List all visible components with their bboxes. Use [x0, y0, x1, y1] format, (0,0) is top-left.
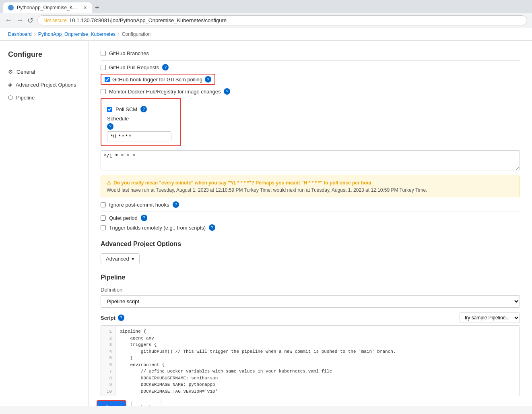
- monitor-docker-checkbox[interactable]: [101, 89, 106, 94]
- github-pull-requests-row: GitHub Pull Requests ?: [101, 64, 520, 70]
- refresh-button[interactable]: ↺: [27, 16, 33, 25]
- breadcrumb-job[interactable]: PythonApp_Onpremise_Kubernetes: [38, 31, 115, 37]
- github-pull-requests-help-icon[interactable]: ?: [162, 64, 169, 70]
- sidebar-title: Configure: [0, 47, 88, 65]
- breadcrumb-sep-1: ›: [34, 31, 36, 37]
- monitor-docker-help-icon[interactable]: ?: [224, 88, 230, 95]
- sidebar-item-general[interactable]: ⚙ General: [0, 65, 88, 78]
- address-bar: ← → ↺ Not secure 10.1.130.78:8081/job/Py…: [0, 13, 532, 28]
- sidebar: Configure ⚙ General ◈ Advanced Project O…: [0, 41, 89, 406]
- divider-1: [101, 211, 520, 211]
- poll-scm-row: Poll SCM ?: [107, 106, 175, 112]
- github-hook-checkbox[interactable]: [105, 77, 110, 82]
- schedule-field: Schedule ?: [107, 116, 175, 141]
- quiet-period-checkbox[interactable]: [101, 215, 106, 221]
- schedule-input[interactable]: [107, 131, 171, 141]
- chevron-down-icon: ▾: [132, 256, 134, 262]
- save-button[interactable]: Save: [97, 400, 126, 406]
- main-content: GitHub Branches GitHub Pull Requests ? G…: [89, 41, 532, 406]
- sidebar-general-label: General: [16, 69, 35, 75]
- url-bar[interactable]: Not secure 10.1.130.78:8081/job/PythonAp…: [37, 15, 527, 25]
- active-tab[interactable]: PythonApp_Onpremise_Kuberne... ✕: [3, 2, 92, 13]
- ignore-post-commit-help-icon[interactable]: ?: [173, 201, 179, 208]
- script-header: Script ? try sample Pipeline...: [101, 313, 520, 323]
- browser-chrome: PythonApp_Onpremise_Kuberne... ✕ + ← → ↺…: [0, 0, 532, 28]
- tab-bar: PythonApp_Onpremise_Kuberne... ✕ +: [0, 0, 532, 13]
- script-help-icon[interactable]: ?: [118, 315, 124, 321]
- trigger-builds-row: Trigger builds remotely (e.g., from scri…: [101, 224, 520, 231]
- quiet-period-label: Quiet period: [109, 215, 138, 221]
- poll-scm-help-icon[interactable]: ?: [140, 106, 147, 112]
- github-branches-row: GitHub Branches: [101, 50, 520, 61]
- definition-select[interactable]: Pipeline script: [101, 295, 520, 308]
- back-button[interactable]: ←: [5, 16, 12, 25]
- code-content: 1 2 3 4 5 6 7 8 9 10 11 12 13 14 15 16 1…: [101, 326, 520, 406]
- quiet-period-help-icon[interactable]: ?: [141, 215, 147, 221]
- new-tab-button[interactable]: +: [92, 4, 103, 12]
- advanced-dropdown-button[interactable]: Advanced ▾: [101, 253, 140, 264]
- schedule-textarea[interactable]: */1 * * * *: [101, 150, 520, 170]
- poll-scm-label: Poll SCM: [115, 106, 137, 112]
- ignore-post-commit-checkbox[interactable]: [101, 202, 106, 207]
- sidebar-item-advanced-project-options[interactable]: ◈ Advanced Project Options: [0, 78, 88, 91]
- schedule-label: Schedule: [107, 116, 175, 122]
- advanced-icon: ◈: [8, 81, 12, 88]
- github-pull-requests-checkbox[interactable]: [101, 65, 106, 70]
- gear-icon: ⚙: [8, 68, 13, 75]
- try-sample-select[interactable]: try sample Pipeline...: [460, 313, 520, 323]
- github-branches-checkbox[interactable]: [101, 51, 106, 56]
- github-pull-requests-label: GitHub Pull Requests: [109, 64, 159, 70]
- bottom-toolbar: Save Apply: [89, 396, 532, 406]
- code-editor[interactable]: 1 2 3 4 5 6 7 8 9 10 11 12 13 14 15 16 1…: [101, 325, 520, 406]
- tab-favicon: [8, 5, 14, 10]
- github-hook-label: GitHub hook trigger for GITScm polling: [112, 77, 202, 83]
- pipeline-icon: ⬡: [8, 94, 13, 101]
- github-branches-label: GitHub Branches: [109, 50, 149, 56]
- sidebar-advanced-label: Advanced Project Options: [16, 82, 76, 88]
- content-area: GitHub Branches GitHub Pull Requests ? G…: [89, 41, 532, 406]
- warning-triangle-icon: ⚠: [107, 180, 111, 186]
- tab-close-button[interactable]: ✕: [83, 5, 87, 10]
- sidebar-item-pipeline[interactable]: ⬡ Pipeline: [0, 91, 88, 104]
- quiet-period-row: Quiet period ?: [101, 215, 520, 221]
- poll-scm-box: Poll SCM ? Schedule ?: [101, 98, 181, 146]
- security-warning: Not secure: [43, 18, 67, 23]
- github-hook-row: GitHub hook trigger for GITScm polling ?: [101, 74, 520, 85]
- warning-title-text: Do you really mean "every minute" when y…: [113, 180, 372, 186]
- github-hook-help-icon[interactable]: ?: [205, 76, 211, 83]
- jenkins-container: Configure ⚙ General ◈ Advanced Project O…: [0, 41, 532, 406]
- definition-label: Definition: [101, 287, 520, 293]
- ignore-post-commit-label: Ignore post-commit hooks: [109, 202, 169, 208]
- poll-scm-checkbox[interactable]: [107, 107, 112, 112]
- warning-box: ⚠ Do you really mean "every minute" when…: [101, 176, 520, 197]
- apply-button[interactable]: Apply: [131, 401, 161, 406]
- github-hook-highlighted: GitHub hook trigger for GITScm polling ?: [101, 74, 215, 85]
- line-numbers: 1 2 3 4 5 6 7 8 9 10 11 12 13 14 15 16 1…: [101, 326, 115, 406]
- trigger-builds-checkbox[interactable]: [101, 225, 106, 230]
- monitor-docker-row: Monitor Docker Hub/Registry for image ch…: [101, 88, 520, 95]
- warning-detail: Would last have run at Tuesday, August 1…: [107, 187, 514, 193]
- breadcrumb: Dashboard › PythonApp_Onpremise_Kubernet…: [0, 28, 532, 41]
- trigger-builds-label: Trigger builds remotely (e.g., from scri…: [109, 225, 206, 231]
- breadcrumb-dashboard[interactable]: Dashboard: [8, 31, 32, 37]
- advanced-btn-label: Advanced: [106, 256, 129, 262]
- ignore-post-commit-row: Ignore post-commit hooks ?: [101, 201, 520, 208]
- forward-button[interactable]: →: [16, 16, 23, 25]
- warning-title: ⚠ Do you really mean "every minute" when…: [107, 180, 514, 186]
- breadcrumb-sep-2: ›: [118, 31, 120, 37]
- url-text: 10.1.130.78:8081/job/PythonApp_Onpremise…: [69, 17, 227, 23]
- monitor-docker-label: Monitor Docker Hub/Registry for image ch…: [109, 89, 221, 95]
- schedule-help-icon[interactable]: ?: [107, 123, 113, 130]
- tab-title: PythonApp_Onpremise_Kuberne...: [17, 5, 80, 10]
- advanced-project-options-header: Advanced Project Options: [101, 240, 520, 248]
- script-label: Script: [101, 315, 115, 321]
- sidebar-pipeline-label: Pipeline: [16, 95, 35, 101]
- code-lines[interactable]: pipeline { agent any triggers { githubPu…: [115, 326, 520, 406]
- trigger-builds-help-icon[interactable]: ?: [209, 224, 215, 231]
- breadcrumb-current: Configuration: [122, 31, 151, 37]
- pipeline-section-header: Pipeline: [101, 274, 520, 281]
